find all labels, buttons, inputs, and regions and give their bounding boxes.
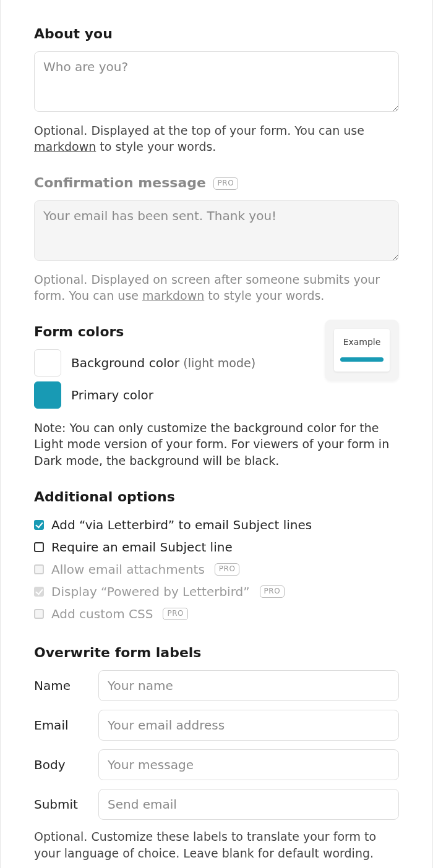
label-row: Email bbox=[34, 710, 399, 741]
label-row-name: Submit bbox=[34, 796, 88, 813]
option-checkbox bbox=[34, 564, 44, 574]
label-row-name: Name bbox=[34, 677, 88, 694]
color-preview-card: Example bbox=[325, 320, 399, 381]
label-row: Name bbox=[34, 670, 399, 701]
label-row-input[interactable] bbox=[98, 670, 399, 701]
colors-section: Form colors Example Background color (li… bbox=[34, 323, 399, 469]
bg-color-swatch[interactable] bbox=[34, 349, 61, 377]
label-row-name: Email bbox=[34, 717, 88, 734]
about-textarea[interactable] bbox=[34, 51, 399, 112]
about-help-suffix: to style your words. bbox=[96, 140, 216, 153]
label-row: Body bbox=[34, 749, 399, 780]
label-row-input[interactable] bbox=[98, 789, 399, 820]
option-label: Add “via Letterbird” to email Subject li… bbox=[51, 516, 312, 534]
about-help-prefix: Optional. Displayed at the top of your f… bbox=[34, 124, 364, 137]
about-section: About you Optional. Displayed at the top… bbox=[34, 25, 399, 155]
confirmation-textarea bbox=[34, 200, 399, 261]
primary-color-swatch[interactable] bbox=[34, 381, 61, 409]
option-checkbox[interactable] bbox=[34, 520, 44, 530]
option-checkbox bbox=[34, 609, 44, 619]
pro-badge: PRO bbox=[163, 608, 188, 620]
option-row: Add “via Letterbird” to email Subject li… bbox=[34, 514, 399, 536]
label-row-name: Body bbox=[34, 756, 88, 773]
confirmation-markdown-link[interactable]: markdown bbox=[142, 289, 204, 302]
about-markdown-link[interactable]: markdown bbox=[34, 140, 96, 153]
option-row: Add custom CSSPRO bbox=[34, 603, 399, 625]
option-label: Add custom CSS bbox=[51, 605, 153, 623]
bg-color-label: Background color bbox=[71, 355, 179, 370]
pro-badge: PRO bbox=[260, 585, 285, 598]
labels-title: Overwrite form labels bbox=[34, 644, 399, 663]
label-row-input[interactable] bbox=[98, 749, 399, 780]
options-section: Additional options Add “via Letterbird” … bbox=[34, 488, 399, 626]
confirmation-help-suffix: to style your words. bbox=[204, 289, 324, 302]
option-label: Require an email Subject line bbox=[51, 538, 233, 556]
labels-section: Overwrite form labels NameEmailBodySubmi… bbox=[34, 644, 399, 861]
color-preview-bar bbox=[340, 357, 384, 362]
color-preview-inner: Example bbox=[334, 329, 390, 372]
option-checkbox[interactable] bbox=[34, 542, 44, 552]
confirmation-title: Confirmation message bbox=[34, 175, 206, 190]
label-row: Submit bbox=[34, 789, 399, 820]
bg-color-label-wrap: Background color (light mode) bbox=[71, 354, 255, 372]
options-title: Additional options bbox=[34, 488, 399, 507]
bg-color-sub: (light mode) bbox=[183, 356, 255, 370]
labels-help: Optional. Customize these labels to tran… bbox=[34, 828, 399, 861]
option-row: Require an email Subject line bbox=[34, 536, 399, 558]
primary-color-row: Primary color bbox=[34, 381, 399, 409]
option-label: Allow email attachments bbox=[51, 561, 205, 578]
color-preview-text: Example bbox=[340, 336, 384, 349]
confirmation-title-wrap: Confirmation message PRO bbox=[34, 174, 399, 193]
colors-note: Note: You can only customize the backgro… bbox=[34, 420, 399, 469]
confirmation-help: Optional. Displayed on screen after some… bbox=[34, 271, 399, 304]
about-help: Optional. Displayed at the top of your f… bbox=[34, 122, 399, 155]
labels-rows: NameEmailBodySubmit bbox=[34, 670, 399, 820]
option-label: Display “Powered by Letterbird” bbox=[51, 583, 250, 600]
option-row: Display “Powered by Letterbird”PRO bbox=[34, 581, 399, 603]
label-row-input[interactable] bbox=[98, 710, 399, 741]
pro-badge: PRO bbox=[213, 177, 239, 190]
primary-color-label: Primary color bbox=[71, 386, 153, 404]
pro-badge: PRO bbox=[215, 563, 240, 576]
about-title: About you bbox=[34, 25, 399, 44]
option-checkbox bbox=[34, 587, 44, 597]
settings-form: About you Optional. Displayed at the top… bbox=[0, 0, 433, 868]
option-row: Allow email attachmentsPRO bbox=[34, 558, 399, 581]
confirmation-section: Confirmation message PRO Optional. Displ… bbox=[34, 174, 399, 304]
options-list: Add “via Letterbird” to email Subject li… bbox=[34, 514, 399, 625]
